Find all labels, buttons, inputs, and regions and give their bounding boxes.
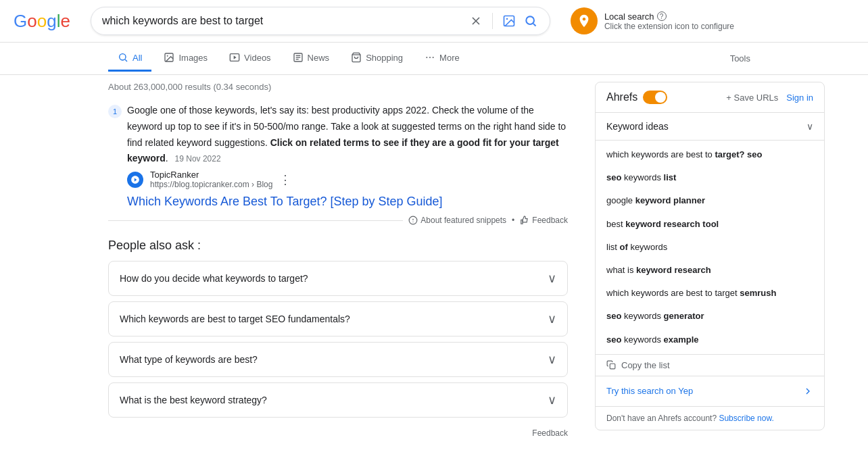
keyword-item-2[interactable]: google keyword planner [596, 189, 824, 212]
tools-button[interactable]: Tools [721, 47, 760, 70]
toggle-knob [655, 92, 666, 103]
copy-list-button[interactable]: Copy the list [596, 354, 824, 376]
keyword-item-4[interactable]: list of keywords [596, 236, 824, 259]
svg-point-4 [526, 16, 534, 24]
extension-subtitle: Click the extension icon to configure [604, 22, 734, 31]
source-url: https://blog.topicranker.com › Blog [150, 180, 272, 189]
search-input[interactable] [102, 15, 462, 27]
snippet-source: TopicRanker https://blog.topicranker.com… [127, 170, 581, 189]
news-icon [293, 52, 304, 63]
snippet-feedback-button[interactable]: Feedback [520, 216, 568, 225]
keyword-item-0[interactable]: which keywords are best to target? seo [596, 143, 824, 166]
svg-point-17 [426, 57, 427, 58]
snippet-date: 19 Nov 2022 [175, 154, 221, 164]
sign-in-button[interactable]: Sign in [786, 93, 813, 103]
results-column: About 263,000,000 results (0.34 seconds)… [0, 75, 581, 445]
keyword-ideas-chevron: ∨ [806, 121, 813, 132]
all-icon [118, 52, 128, 63]
extension-title: Local search ? [604, 11, 734, 22]
chevron-down-icon-3: ∨ [548, 393, 556, 407]
ahrefs-toggle[interactable] [643, 91, 667, 104]
keyword-ideas-header[interactable]: Keyword ideas ∨ [596, 113, 824, 141]
paa-item-2: What type of keywords are best? ∨ [108, 342, 568, 377]
people-also-ask-section: People also ask : How do you decide what… [108, 239, 568, 418]
source-more-button[interactable]: ⋮ [279, 172, 291, 187]
paa-item-3: What is the best keyword strategy? ∨ [108, 382, 568, 418]
svg-marker-11 [234, 55, 237, 59]
svg-line-7 [125, 59, 127, 61]
extension-area: Local search ? Click the extension icon … [571, 7, 734, 34]
featured-snippet: Google one of those keywords, let's say … [127, 103, 568, 167]
search-button[interactable] [523, 13, 539, 29]
logo-letter-e: e [60, 11, 70, 31]
logo-letter-g: G [14, 11, 27, 31]
tab-more[interactable]: More [415, 45, 469, 72]
keyword-ideas-title: Keyword ideas [606, 121, 669, 132]
more-icon [425, 52, 435, 63]
chevron-down-icon-2: ∨ [548, 352, 556, 367]
subscribe-link[interactable]: Subscribe now. [719, 414, 773, 423]
svg-rect-24 [610, 364, 615, 369]
paa-item-0: How do you decide what keywords to targe… [108, 261, 568, 296]
paa-question-3[interactable]: What is the best keyword strategy? ∨ [109, 383, 567, 417]
image-search-button[interactable] [501, 13, 517, 29]
shopping-icon [351, 52, 362, 63]
about-snippets-button[interactable]: About featured snippets [408, 216, 506, 225]
chevron-down-icon-0: ∨ [548, 271, 556, 286]
chevron-down-icon-1: ∨ [548, 312, 556, 326]
feedback-divider [108, 220, 403, 221]
header: Google Local search ? Click the extensio… [0, 0, 868, 43]
source-name: TopicRanker [150, 170, 272, 180]
svg-point-6 [120, 54, 126, 60]
divider [492, 13, 493, 29]
svg-point-19 [433, 57, 434, 58]
source-info: TopicRanker https://blog.topicranker.com… [150, 170, 272, 189]
logo-letter-o2: o [37, 11, 47, 31]
extension-info: Local search ? Click the extension icon … [604, 11, 734, 31]
tab-all[interactable]: All [108, 45, 151, 72]
result-number: 1 [108, 105, 122, 118]
snippet-feedback-row: About featured snippets • Feedback [108, 216, 568, 225]
svg-line-5 [533, 24, 536, 26]
keyword-item-3[interactable]: best keyword research tool [596, 213, 824, 236]
logo-letter-g2: g [47, 11, 56, 31]
info-icon[interactable]: ? [657, 11, 667, 21]
ahrefs-footer: Don't have an Ahrefs account? Subscribe … [596, 406, 824, 430]
keyword-item-7[interactable]: seo keywords generator [596, 305, 824, 328]
paa-question-0[interactable]: How do you decide what keywords to targe… [109, 262, 567, 295]
bottom-feedback-button[interactable]: Feedback [108, 428, 568, 438]
paa-question-2[interactable]: What type of keywords are best? ∨ [109, 343, 567, 376]
main-layout: About 263,000,000 results (0.34 seconds)… [0, 75, 868, 445]
ahrefs-name: Ahrefs [606, 91, 637, 103]
svg-point-18 [429, 57, 431, 58]
keyword-item-8[interactable]: seo keywords example [596, 328, 824, 351]
paa-title: People also ask : [108, 239, 568, 253]
keyword-item-1[interactable]: seo keywords list [596, 166, 824, 189]
extension-icon[interactable] [571, 7, 598, 34]
tab-images[interactable]: Images [154, 45, 217, 72]
google-logo: Google [14, 11, 70, 32]
ahrefs-actions: + Save URLs Sign in [726, 93, 813, 103]
clear-button[interactable] [468, 13, 484, 29]
save-urls-button[interactable]: + Save URLs [726, 93, 778, 103]
search-bar[interactable] [91, 7, 550, 35]
keyword-item-5[interactable]: what is keyword research [596, 259, 824, 282]
snippet-text: Google one of those keywords, let's say … [127, 103, 568, 167]
keyword-item-6[interactable]: which keywords are best to target semrus… [596, 282, 824, 305]
images-icon [164, 52, 174, 63]
ahrefs-panel: Ahrefs + Save URLs Sign in Keyword ideas… [595, 82, 825, 430]
ahrefs-header: Ahrefs + Save URLs Sign in [596, 82, 824, 113]
nav-tabs: All Images Videos News Shopping More Too… [0, 43, 868, 75]
paa-question-1[interactable]: Which keywords are best to target SEO fu… [109, 302, 567, 336]
tab-shopping[interactable]: Shopping [341, 45, 412, 72]
svg-point-3 [506, 18, 508, 20]
snippet-link[interactable]: Which Keywords Are Best To Target? [Step… [127, 195, 581, 209]
logo-letter-o1: o [27, 11, 37, 31]
results-count: About 263,000,000 results (0.34 seconds) [108, 82, 581, 92]
source-favicon [127, 172, 143, 188]
svg-point-9 [167, 55, 168, 57]
sidebar-column: Ahrefs + Save URLs Sign in Keyword ideas… [581, 75, 838, 445]
tab-news[interactable]: News [283, 45, 339, 72]
tab-videos[interactable]: Videos [220, 45, 281, 72]
yep-search-button[interactable]: Try this search on Yep [596, 376, 824, 406]
